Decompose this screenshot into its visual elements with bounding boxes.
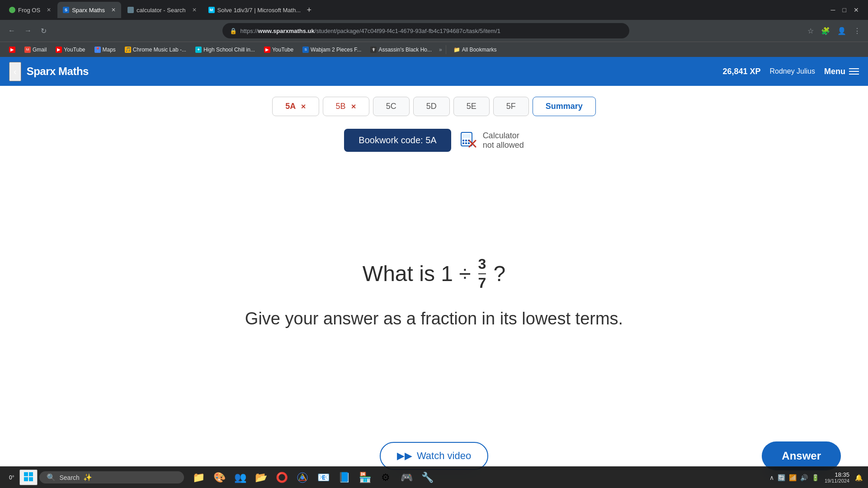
tab-calculator-close[interactable]: ✕ xyxy=(189,7,197,13)
user-name: Rodney Julius xyxy=(770,67,816,75)
tab-frog-os-close[interactable]: ✕ xyxy=(43,7,51,13)
bookmark-chrome-music-lab[interactable]: 🎵 Chrome Music Lab -... xyxy=(121,45,190,55)
task-tab-5c[interactable]: 5C xyxy=(373,97,410,116)
notification-icon[interactable]: 🔔 xyxy=(855,474,863,481)
gmail-favicon: M xyxy=(24,47,31,53)
taskbar-app-teams[interactable]: 👥 xyxy=(231,469,249,487)
bookwork-code: Bookwork code: 5A xyxy=(344,129,451,152)
task-tab-5f[interactable]: 5F xyxy=(493,97,529,116)
tab-calculator-label: calculator - Search xyxy=(137,7,185,14)
tab-microsoft-math[interactable]: M Solve 1div3/7 | Microsoft Math... ✕ xyxy=(203,2,302,18)
more-options-icon[interactable]: ⋮ xyxy=(852,25,863,37)
bookmark-high-school-chill-label: High School Chill in... xyxy=(203,47,255,53)
bookmarks-separator xyxy=(446,45,446,54)
menu-button[interactable]: Menu xyxy=(824,67,859,76)
tab-frog-os[interactable]: Frog OS ✕ xyxy=(4,2,57,18)
new-tab-button[interactable]: + xyxy=(303,5,316,15)
tab-frog-os-label: Frog OS xyxy=(18,7,40,14)
forward-nav-button[interactable]: → xyxy=(22,25,34,37)
taskbar-search-box[interactable]: 🔍 Search ✨ xyxy=(39,471,184,483)
bookmark-youtube-label: YouTube xyxy=(64,47,85,53)
minimize-button[interactable]: ─ xyxy=(831,6,835,14)
bookmark-chrome-music-lab-label: Chrome Music Lab -... xyxy=(133,47,186,53)
extensions-icon[interactable]: 🧩 xyxy=(819,25,832,37)
bookmark-assassins[interactable]: 🗡 Assassin's Black Ho... xyxy=(367,45,435,55)
task-tab-5a-label: 5A xyxy=(285,102,295,111)
sparx-app: ‹ Sparx Maths 26,841 XP Rodney Julius Me… xyxy=(0,57,868,488)
wifi-icon[interactable]: 📶 xyxy=(789,474,797,481)
taskbar-app-settings[interactable]: ⚙ xyxy=(377,469,395,487)
address-bar[interactable]: 🔒 https://www.sparxmaths.uk/student/pack… xyxy=(222,23,629,38)
battery-icon[interactable]: 🔋 xyxy=(811,474,819,481)
taskbar-app-chrome[interactable] xyxy=(293,469,311,487)
question-suffix: ? xyxy=(493,261,505,286)
task-tab-5a[interactable]: 5A ✕ xyxy=(272,97,319,116)
taskbar-search-sparkle-icon: ✨ xyxy=(83,473,92,482)
security-icon: 🔒 xyxy=(230,28,237,34)
taskbar-app-folder[interactable]: 📂 xyxy=(252,469,270,487)
volume-icon[interactable]: 🔊 xyxy=(800,474,808,481)
back-nav-button[interactable]: ← xyxy=(5,25,18,37)
svg-rect-1 xyxy=(462,134,471,138)
high-school-chill-favicon: ✦ xyxy=(195,47,202,53)
taskbar-app-chrome-dev[interactable]: 🔧 xyxy=(418,469,436,487)
address-bar-row: ← → ↻ 🔒 https://www.sparxmaths.uk/studen… xyxy=(0,20,868,42)
bookmark-wabjam[interactable]: S Wabjam 2 Pieces F... xyxy=(299,45,365,55)
taskbar-app-word[interactable]: 📘 xyxy=(335,469,353,487)
settings-icon: ⚙ xyxy=(381,472,390,483)
window-controls: ─ □ ✕ xyxy=(831,6,864,14)
tab-sparx-maths[interactable]: S Sparx Maths ✕ xyxy=(57,2,121,18)
chevron-up-icon[interactable]: ∧ xyxy=(769,474,774,481)
taskbar-app-ms-store[interactable]: 🏪 xyxy=(356,469,374,487)
task-tab-5e[interactable]: 5E xyxy=(453,97,490,116)
more-bookmarks-button[interactable]: » xyxy=(439,47,442,53)
bookmarks-bar: ▶ M Gmail ▶ YouTube 📍 Maps 🎵 Chrome Musi… xyxy=(0,42,868,57)
task-tab-5d[interactable]: 5D xyxy=(413,97,450,116)
profile-icon[interactable]: 👤 xyxy=(835,25,848,37)
taskbar-app-cortana[interactable]: ⭕ xyxy=(273,469,291,487)
task-tab-5b[interactable]: 5B ✕ xyxy=(323,97,369,116)
task-tab-summary[interactable]: Summary xyxy=(533,97,596,116)
bookmark-youtube-2-label: YouTube xyxy=(272,47,293,53)
watch-video-button[interactable]: ▶▶ Watch video xyxy=(380,442,488,470)
start-button[interactable] xyxy=(19,469,38,485)
svg-rect-7 xyxy=(468,142,470,144)
reload-button[interactable]: ↻ xyxy=(38,25,49,37)
maximize-button[interactable]: □ xyxy=(843,6,846,14)
bookmark-high-school-chill[interactable]: ✦ High School Chill in... xyxy=(192,45,259,55)
taskbar-search-icon: 🔍 xyxy=(47,473,56,482)
weather-temp: 0° xyxy=(9,474,14,481)
bookmark-youtube[interactable]: ▶ YouTube xyxy=(52,45,89,55)
sparx-header: ‹ Sparx Maths 26,841 XP Rodney Julius Me… xyxy=(0,57,868,86)
bookmark-youtube-icon[interactable]: ▶ xyxy=(5,45,19,55)
taskbar-app-file-explorer[interactable]: 📁 xyxy=(189,469,208,487)
sparx-logo: Sparx Maths xyxy=(27,65,89,78)
taskbar-app-outlook[interactable]: 📧 xyxy=(314,469,332,487)
bookwork-row: Bookwork code: 5A xyxy=(344,129,524,152)
fraction-line xyxy=(478,273,486,274)
sparx-back-button[interactable]: ‹ xyxy=(9,62,21,81)
svg-rect-6 xyxy=(465,142,467,144)
close-window-button[interactable]: ✕ xyxy=(854,6,859,14)
network-update-icon: 🔄 xyxy=(778,474,785,481)
instruction-text: Give your answer as a fraction in its lo… xyxy=(245,309,623,328)
all-bookmarks-button[interactable]: 📁 All Bookmarks xyxy=(450,45,500,55)
task-tab-5b-x-icon: ✕ xyxy=(351,103,356,110)
taskbar-app-xbox[interactable]: 🎮 xyxy=(397,469,415,487)
chrome-music-lab-favicon: 🎵 xyxy=(125,47,131,53)
taskbar-app-paint[interactable]: 🎨 xyxy=(210,469,228,487)
cortana-icon: ⭕ xyxy=(276,472,288,483)
tab-calculator[interactable]: calculator - Search ✕ xyxy=(122,2,202,18)
bookmark-star-icon[interactable]: ☆ xyxy=(806,25,816,37)
all-bookmarks-label: All Bookmarks xyxy=(462,47,497,53)
svg-rect-13 xyxy=(29,477,33,481)
clock-time: 18:35 xyxy=(825,471,849,478)
bookmark-youtube-2[interactable]: ▶ YouTube xyxy=(260,45,297,55)
bookmark-maps[interactable]: 📍 Maps xyxy=(91,45,119,55)
frog-os-favicon xyxy=(9,7,15,13)
bookmark-gmail[interactable]: M Gmail xyxy=(21,45,50,55)
calculator-label: Calculator xyxy=(483,131,524,141)
tab-sparx-close[interactable]: ✕ xyxy=(108,7,116,13)
task-tab-5a-x-icon: ✕ xyxy=(301,103,306,110)
clock[interactable]: 18:35 19/11/2024 xyxy=(825,471,849,483)
